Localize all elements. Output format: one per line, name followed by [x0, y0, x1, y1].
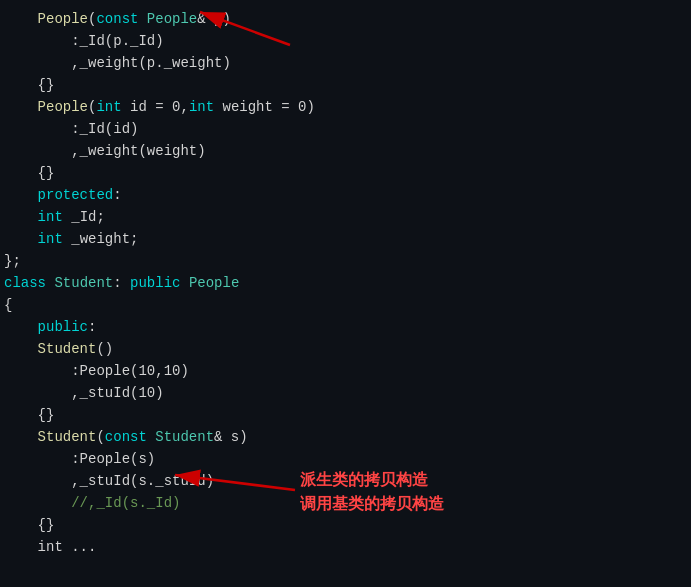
code-line: {} — [0, 74, 691, 96]
code-line: {} — [0, 162, 691, 184]
code-line: int _weight; — [0, 228, 691, 250]
code-line: :People(10,10) — [0, 360, 691, 382]
code-line: protected: — [0, 184, 691, 206]
code-line: class Student: public People — [0, 272, 691, 294]
code-line: }; — [0, 250, 691, 272]
code-line: :_Id(p._Id) — [0, 30, 691, 52]
code-line: { — [0, 294, 691, 316]
code-editor: People(const People& p) :_Id(p._Id) ,_we… — [0, 0, 691, 587]
code-line: ,_weight(weight) — [0, 140, 691, 162]
code-line: Student(const Student& s) — [0, 426, 691, 448]
code-line: :People(s) — [0, 448, 691, 470]
code-line: {} — [0, 404, 691, 426]
code-line: People(int id = 0,int weight = 0) — [0, 96, 691, 118]
code-line: {} — [0, 514, 691, 536]
code-line: :_Id(id) — [0, 118, 691, 140]
code-line: ,_stuId(10) — [0, 382, 691, 404]
code-line: ,_weight(p._weight) — [0, 52, 691, 74]
code-line: int _Id; — [0, 206, 691, 228]
code-line: People(const People& p) — [0, 8, 691, 30]
code-line: Student() — [0, 338, 691, 360]
annotation-text: 派生类的拷贝构造 调用基类的拷贝构造 — [300, 468, 444, 516]
code-line: public: — [0, 316, 691, 338]
code-line: int ... — [0, 536, 691, 558]
